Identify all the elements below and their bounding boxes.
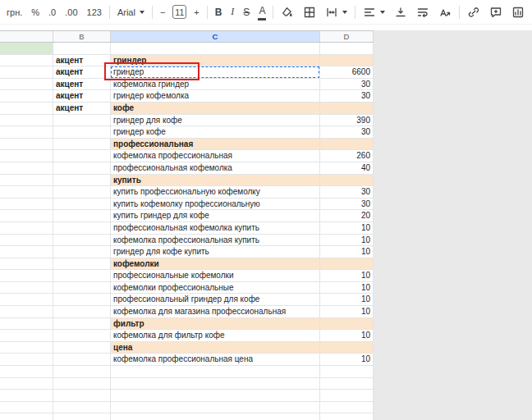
cell-d[interactable] bbox=[320, 258, 374, 271]
cell-c[interactable]: гриндер bbox=[111, 55, 320, 67]
cell-b[interactable] bbox=[53, 318, 111, 331]
cell-c[interactable]: купить гриндер для кофе bbox=[111, 210, 320, 222]
cell-a[interactable] bbox=[0, 90, 53, 103]
cell-d[interactable] bbox=[320, 43, 374, 55]
cell-b[interactable] bbox=[53, 378, 111, 390]
cell-c[interactable]: кофемолка профессиональная bbox=[111, 150, 320, 162]
insert-chart-button[interactable] bbox=[510, 3, 526, 21]
cell-a[interactable] bbox=[0, 186, 53, 199]
cell-a[interactable] bbox=[0, 402, 53, 414]
decrease-font-size-button[interactable]: − bbox=[158, 3, 167, 21]
cell-d[interactable] bbox=[320, 139, 374, 151]
cell-b[interactable] bbox=[53, 330, 111, 342]
cell-d[interactable]: 30 bbox=[320, 126, 374, 139]
cell-a[interactable] bbox=[0, 43, 53, 55]
cell-c[interactable] bbox=[111, 413, 320, 420]
cell-a[interactable] bbox=[0, 378, 53, 390]
cell-a[interactable] bbox=[0, 139, 53, 151]
cell-b[interactable] bbox=[53, 246, 111, 258]
cell-d[interactable]: 260 bbox=[320, 150, 374, 162]
cell-b[interactable] bbox=[53, 115, 111, 127]
cell-c[interactable]: купить кофемолку профессиональную bbox=[111, 199, 320, 211]
cell-a[interactable] bbox=[0, 366, 53, 378]
cell-a[interactable] bbox=[0, 270, 53, 282]
cell-d[interactable]: 10 bbox=[320, 330, 374, 342]
cell-c[interactable]: профессиональная кофемолка bbox=[111, 162, 320, 175]
cell-c[interactable]: фильтр bbox=[111, 318, 320, 331]
cell-c[interactable]: гриндер кофе bbox=[111, 126, 320, 139]
cell-d[interactable]: 40 bbox=[320, 162, 374, 175]
cell-c[interactable]: кофе bbox=[111, 103, 320, 115]
cell-d[interactable]: 10 bbox=[320, 270, 374, 282]
text-wrap-button[interactable] bbox=[415, 3, 431, 21]
cell-d[interactable] bbox=[320, 175, 374, 187]
cell-d[interactable]: 10 bbox=[320, 235, 374, 247]
italic-button[interactable]: I bbox=[229, 3, 236, 21]
cell-a[interactable] bbox=[0, 210, 53, 222]
cell-d[interactable] bbox=[320, 378, 374, 390]
column-header-a[interactable] bbox=[0, 31, 53, 42]
cell-c[interactable]: профессиональный гриндер для кофе bbox=[111, 294, 320, 306]
cell-b[interactable] bbox=[53, 210, 111, 222]
cell-b[interactable] bbox=[53, 258, 111, 271]
cell-a[interactable] bbox=[0, 282, 53, 294]
cell-c[interactable]: профессиональные кофемолки bbox=[111, 270, 320, 282]
insert-comment-button[interactable] bbox=[488, 3, 504, 21]
cell-b[interactable] bbox=[53, 390, 111, 402]
cell-b[interactable] bbox=[53, 282, 111, 294]
cell-a[interactable] bbox=[0, 115, 53, 127]
cell-b[interactable]: акцент bbox=[53, 55, 111, 67]
cell-b[interactable] bbox=[53, 235, 111, 247]
cell-b[interactable] bbox=[53, 366, 111, 378]
bold-button[interactable]: B bbox=[213, 3, 224, 21]
cell-b[interactable] bbox=[53, 402, 111, 414]
cell-b[interactable] bbox=[53, 175, 111, 187]
merge-cells-button[interactable] bbox=[323, 3, 349, 21]
cell-a[interactable] bbox=[0, 330, 53, 342]
cell-b[interactable]: акцент bbox=[53, 79, 111, 91]
horizontal-align-button[interactable] bbox=[361, 3, 387, 21]
cell-d[interactable] bbox=[320, 390, 374, 402]
cell-b[interactable] bbox=[53, 150, 111, 162]
decrease-decimal-button[interactable]: .0 bbox=[47, 3, 57, 21]
cell-a[interactable] bbox=[0, 55, 53, 67]
cell-a[interactable] bbox=[0, 390, 53, 402]
insert-link-button[interactable] bbox=[466, 3, 482, 21]
cell-b[interactable] bbox=[53, 222, 111, 235]
fill-color-button[interactable] bbox=[279, 3, 296, 21]
increase-decimal-button[interactable]: .00 bbox=[63, 3, 79, 21]
cell-b[interactable] bbox=[53, 342, 111, 354]
currency-format-button[interactable]: грн. bbox=[5, 3, 24, 21]
cell-b[interactable] bbox=[53, 139, 111, 151]
cell-b[interactable] bbox=[53, 199, 111, 211]
cell-a[interactable] bbox=[0, 413, 53, 420]
cell-c[interactable]: кофемолка профессиональная купить bbox=[111, 235, 320, 247]
strikethrough-button[interactable]: S bbox=[241, 3, 251, 21]
cell-d[interactable]: 390 bbox=[320, 115, 374, 127]
cell-b[interactable] bbox=[53, 270, 111, 282]
cell-c[interactable] bbox=[111, 43, 320, 55]
cell-a[interactable] bbox=[0, 246, 53, 258]
cell-a[interactable] bbox=[0, 199, 53, 211]
cell-d[interactable]: 10 bbox=[320, 246, 374, 258]
cell-b[interactable] bbox=[53, 43, 111, 55]
cell-b[interactable] bbox=[53, 162, 111, 175]
cell-d[interactable] bbox=[320, 318, 374, 331]
cell-c[interactable]: кофемолка гриндер bbox=[111, 79, 320, 91]
cell-a[interactable] bbox=[0, 79, 53, 91]
cell-b[interactable] bbox=[53, 126, 111, 139]
cell-d[interactable]: 10 bbox=[320, 306, 374, 318]
cell-d[interactable] bbox=[320, 342, 374, 354]
cell-d[interactable]: 10 bbox=[320, 222, 374, 235]
cell-b[interactable] bbox=[53, 306, 111, 318]
cell-c[interactable]: кофемолки профессиональные bbox=[111, 282, 320, 294]
cell-c[interactable] bbox=[111, 402, 320, 414]
cell-b[interactable] bbox=[53, 294, 111, 306]
cell-c[interactable]: цена bbox=[111, 342, 320, 354]
cell-a[interactable] bbox=[0, 150, 53, 162]
cell-c[interactable] bbox=[111, 366, 320, 378]
cell-d[interactable]: 30 bbox=[320, 199, 374, 211]
cell-a[interactable] bbox=[0, 103, 53, 115]
cell-d[interactable] bbox=[320, 413, 374, 420]
cell-d[interactable] bbox=[320, 366, 374, 378]
